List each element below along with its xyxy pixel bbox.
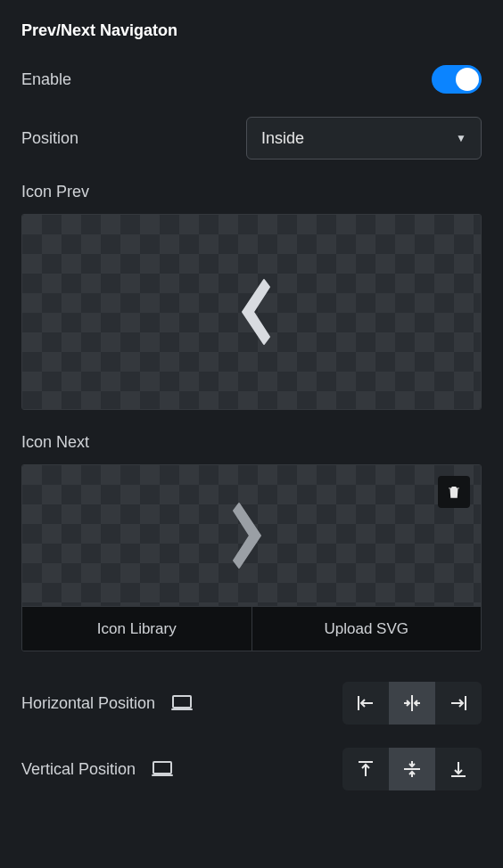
- horizontal-position-label: Horizontal Position: [21, 694, 155, 713]
- align-right-button[interactable]: [435, 682, 482, 725]
- align-center-button[interactable]: [389, 682, 435, 725]
- toggle-knob: [456, 68, 479, 91]
- svg-rect-9: [153, 762, 171, 774]
- align-top-icon: [355, 758, 376, 780]
- icon-next-preview[interactable]: [22, 465, 481, 606]
- align-bottom-icon: [448, 758, 469, 780]
- position-row: Position Inside ▼: [21, 117, 482, 160]
- upload-svg-button[interactable]: Upload SVG: [252, 607, 482, 651]
- align-left-icon: [355, 692, 376, 714]
- vertical-position-row: Vertical Position: [21, 748, 482, 790]
- align-bottom-button[interactable]: [435, 748, 482, 790]
- vertical-position-segment: [342, 748, 482, 790]
- position-value: Inside: [261, 129, 304, 148]
- svg-rect-10: [152, 774, 173, 776]
- align-middle-button[interactable]: [389, 748, 435, 790]
- align-top-button[interactable]: [342, 748, 389, 790]
- position-select[interactable]: Inside ▼: [246, 117, 482, 160]
- icon-library-button[interactable]: Icon Library: [22, 607, 252, 651]
- chevron-left-icon: [230, 276, 273, 348]
- svg-rect-1: [171, 708, 193, 710]
- enable-row: Enable: [21, 65, 482, 94]
- horizontal-position-row: Horizontal Position: [21, 682, 482, 725]
- delete-icon-button[interactable]: [438, 476, 470, 508]
- align-middle-icon: [401, 758, 423, 780]
- vertical-position-label: Vertical Position: [21, 760, 136, 779]
- trash-icon: [446, 483, 462, 501]
- icon-next-actions: Icon Library Upload SVG: [22, 606, 481, 651]
- align-right-icon: [448, 692, 469, 714]
- enable-label: Enable: [21, 70, 71, 89]
- section-title: Prev/Next Navigaton: [21, 21, 482, 40]
- responsive-icon[interactable]: [171, 695, 193, 711]
- icon-next-box: Icon Library Upload SVG: [21, 464, 482, 651]
- icon-prev-preview: [22, 215, 481, 409]
- chevron-down-icon: ▼: [456, 132, 466, 144]
- align-left-button[interactable]: [342, 682, 389, 725]
- svg-rect-0: [173, 696, 191, 708]
- align-center-icon: [401, 692, 423, 714]
- enable-toggle[interactable]: [432, 65, 482, 94]
- position-label: Position: [21, 129, 78, 148]
- chevron-right-icon: [230, 500, 273, 571]
- icon-next-label: Icon Next: [21, 433, 482, 452]
- icon-prev-label: Icon Prev: [21, 183, 482, 201]
- icon-prev-box[interactable]: [21, 214, 482, 410]
- horizontal-position-segment: [342, 682, 482, 725]
- responsive-icon[interactable]: [152, 761, 173, 777]
